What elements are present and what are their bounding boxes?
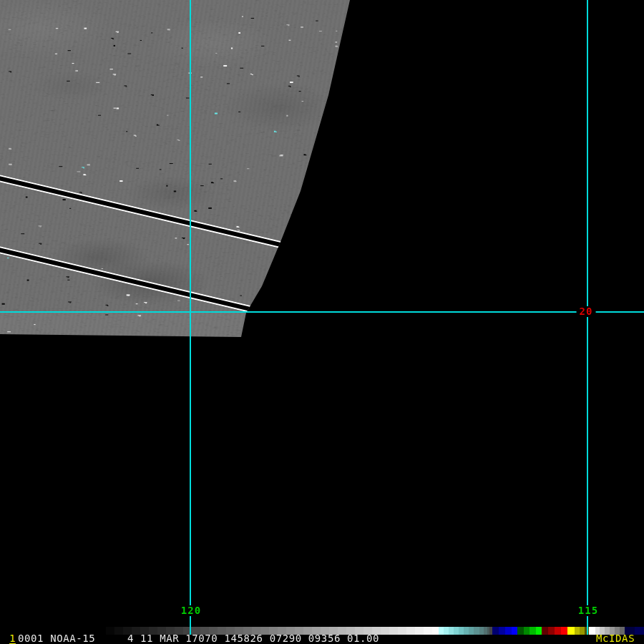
image-dataset-label: 0001 NOAA-15: [18, 634, 95, 643]
colorbar-segment: [398, 627, 406, 635]
latitude-label-20: 20: [577, 306, 596, 317]
colorbar-segment: [505, 627, 512, 635]
mcidas-display[interactable]: 120 115 20 1 0001 NOAA-15 4 11 MAR 17070…: [0, 0, 644, 644]
colorbar-segment: [114, 627, 123, 635]
image-noise-speckles: [0, 0, 350, 337]
colorbar-segment: [499, 627, 505, 635]
colorbar-segment: [517, 627, 524, 635]
graticule-longitude-line-115: [587, 0, 588, 635]
colorbar-segment: [444, 627, 449, 635]
frame-number[interactable]: 1: [9, 634, 16, 644]
colorbar-segment: [580, 627, 585, 635]
colorbar-segment: [464, 627, 469, 635]
colorbar-segment: [389, 627, 398, 635]
colorbar-segment: [432, 627, 439, 635]
mcidas-brand-label: McIDAS: [596, 634, 635, 643]
graticule-latitude-line-20: [0, 311, 644, 313]
colorbar-segment: [635, 627, 644, 635]
colorbar-segment: [106, 627, 114, 635]
image-acquisition-details: 4 11 MAR 17070 145826 07290 09356 01.00: [127, 634, 379, 643]
colorbar-segment: [589, 627, 595, 635]
colorbar-segment: [575, 627, 580, 635]
colorbar-segment: [469, 627, 474, 635]
longitude-label-115: 115: [575, 605, 601, 616]
colorbar-segment: [459, 627, 464, 635]
graticule-longitude-line-120: [190, 0, 191, 635]
longitude-label-120: 120: [178, 605, 204, 616]
colorbar-segment: [474, 627, 479, 635]
colorbar-segment: [530, 627, 536, 635]
colorbar-segment: [512, 627, 517, 635]
colorbar-segment: [567, 627, 575, 635]
colorbar-segment: [406, 627, 415, 635]
colorbar-segment: [524, 627, 530, 635]
colorbar-segment: [555, 627, 561, 635]
colorbar-segment: [415, 627, 424, 635]
colorbar-segment: [454, 627, 459, 635]
colorbar-segment: [561, 627, 567, 635]
colorbar-segment: [424, 627, 432, 635]
colorbar-segment: [449, 627, 454, 635]
colorbar-segment: [542, 627, 548, 635]
colorbar-segment: [536, 627, 542, 635]
colorbar-segment: [381, 627, 389, 635]
colorbar-segment: [548, 627, 555, 635]
satellite-image[interactable]: [0, 0, 350, 337]
colorbar-segment: [439, 627, 444, 635]
colorbar-segment: [492, 627, 499, 635]
